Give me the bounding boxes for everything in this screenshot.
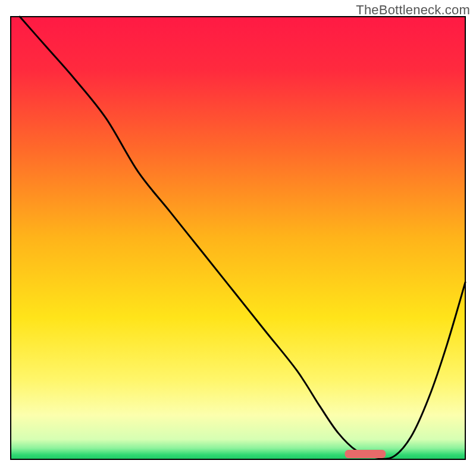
watermark-text: TheBottleneck.com <box>356 2 470 18</box>
chart-svg <box>0 0 476 476</box>
optimal-marker <box>345 450 386 458</box>
chart-canvas: TheBottleneck.com <box>0 0 476 476</box>
